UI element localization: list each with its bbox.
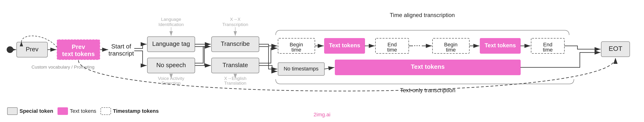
arrow-translate-notimestamps xyxy=(259,65,277,71)
legend-timestamp-box xyxy=(100,107,111,115)
legend-text-tokens: Text tokens xyxy=(58,107,96,115)
time-aligned-brace xyxy=(276,30,569,35)
arrow-nospeech-transcribe xyxy=(195,47,211,63)
xx-transcription-label1: X→X xyxy=(230,17,241,22)
arrow-transcribe-begintime1 xyxy=(259,44,277,46)
legend-text-label: Text tokens xyxy=(70,108,96,114)
prev-label: Prev xyxy=(26,46,38,53)
dots-label: ··· xyxy=(414,40,420,49)
arrow-start-langtag xyxy=(134,44,146,49)
time-aligned-label: Time aligned transcription xyxy=(390,12,455,18)
arrow-texttokens3-eot xyxy=(520,53,600,67)
lang-id-label1: Language xyxy=(161,17,181,22)
end-time2-label2: time xyxy=(543,47,553,53)
begin-time2-label2: time xyxy=(446,47,456,53)
arrow-translate-begintime1 xyxy=(259,48,277,63)
text-only-brace xyxy=(276,79,574,84)
prev-text-tokens-label2: text tokens xyxy=(62,50,94,58)
legend: Special token Text tokens Timestamp toke… xyxy=(7,107,159,115)
legend-special-token: Special token xyxy=(7,107,53,115)
begin-time1-label2: time xyxy=(291,47,301,53)
legend-text-box xyxy=(58,107,68,115)
prev-text-tokens-label1: Prev xyxy=(72,43,85,50)
arrow-notimestamps-texttokens3 xyxy=(324,67,334,69)
watermark: 2img.ai xyxy=(314,112,330,118)
no-speech-label: No speech xyxy=(156,61,186,68)
xenglish-label2: Translation xyxy=(224,81,246,86)
language-tag-label: Language tag xyxy=(152,40,190,47)
end-time1-label2: time xyxy=(387,47,397,53)
diagram-container: Prev Prev text tokens Custom vocabulary … xyxy=(0,0,644,122)
eot-label: EOT xyxy=(608,45,622,52)
xx-transcription-label2: Transcription xyxy=(222,22,248,27)
start-of-transcript-label2: transcript xyxy=(108,50,134,57)
no-timestamps-label: No timestamps xyxy=(284,66,319,72)
transcribe-label: Transcribe xyxy=(221,40,250,47)
arrow-langtag-translate xyxy=(195,47,211,65)
legend-timestamp-tokens: Timestamp tokens xyxy=(100,107,159,115)
legend-special-box xyxy=(7,107,18,115)
custom-vocab-label: Custom vocabulary / Prompting xyxy=(31,64,94,69)
text-tokens1-label: Text tokens xyxy=(329,42,360,49)
translate-label: Translate xyxy=(222,61,248,68)
text-tokens3-label: Text tokens xyxy=(411,63,445,70)
text-tokens2-label: Text tokens xyxy=(484,42,516,49)
diagram-svg: Prev Prev text tokens Custom vocabulary … xyxy=(0,0,644,122)
lang-id-label2: Identification xyxy=(158,22,184,27)
start-dot xyxy=(7,46,13,53)
start-of-transcript-label1: Start of xyxy=(111,43,132,50)
text-only-label: Text-only transcription xyxy=(400,87,455,93)
arrow-endtime2-eot xyxy=(564,46,600,49)
legend-special-label: Special token xyxy=(20,108,53,114)
legend-timestamp-label: Timestamp tokens xyxy=(113,108,159,114)
arrow-start-nospeech xyxy=(134,51,146,65)
